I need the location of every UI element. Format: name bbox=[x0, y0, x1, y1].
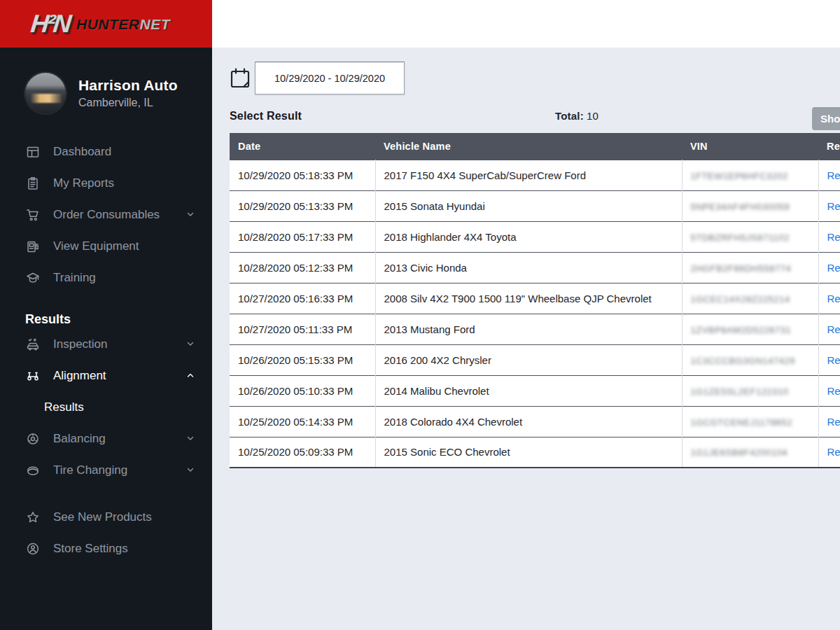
sidebar-item-store-settings[interactable]: Store Settings bbox=[0, 533, 212, 564]
sidebar-nav: Dashboard My Reports Order Consumables bbox=[0, 136, 212, 564]
cell-date: 10/26/2020 05:10:33 PM bbox=[230, 375, 375, 406]
cell-vehicle-name: 2016 200 4X2 Chrysler bbox=[375, 344, 682, 375]
chevron-down-icon bbox=[186, 209, 197, 220]
reports-icon bbox=[25, 176, 41, 191]
report-link[interactable]: Report bbox=[827, 323, 840, 335]
table-row[interactable]: 10/28/2020 05:12:33 PM 2013 Civic Honda … bbox=[230, 252, 840, 283]
sidebar-item-balancing[interactable]: Balancing bbox=[0, 423, 212, 454]
results-table-header: Date Vehicle Name VIN Report bbox=[230, 133, 840, 160]
report-link[interactable]: Report bbox=[827, 446, 840, 458]
cell-report: Report bbox=[818, 314, 840, 344]
cell-date: 10/29/2020 05:18:33 PM bbox=[230, 160, 375, 190]
sidebar-item-label: Balancing bbox=[53, 432, 186, 446]
column-header-vin[interactable]: VIN bbox=[682, 133, 818, 160]
date-range-input[interactable] bbox=[255, 62, 405, 94]
cell-vin: 1FTEW1EP6HFC3202 bbox=[682, 160, 818, 190]
cart-icon bbox=[25, 207, 41, 223]
sidebar-item-label: Tire Changing bbox=[53, 463, 186, 477]
table-row[interactable]: 10/26/2020 05:15:33 PM 2016 200 4X2 Chry… bbox=[230, 344, 840, 375]
cell-vin: 1GCEC14X28Z225214 bbox=[682, 283, 818, 314]
report-link[interactable]: Report bbox=[827, 293, 840, 304]
show-button[interactable]: Show bbox=[812, 107, 840, 130]
report-link[interactable]: Report bbox=[827, 416, 840, 428]
vin-blurred-text: 5TDBZRFH5JS871102 bbox=[691, 232, 790, 243]
sidebar-item-order-consumables[interactable]: Order Consumables bbox=[0, 199, 212, 230]
cell-vehicle-name: 2013 Mustang Ford bbox=[375, 314, 682, 344]
date-toolbar bbox=[230, 62, 840, 94]
sidebar-item-see-new-products[interactable]: See New Products bbox=[0, 501, 212, 533]
sidebar-item-view-equipment[interactable]: View Equipment bbox=[0, 230, 212, 262]
vin-blurred-text: 1GCEC14X28Z225214 bbox=[691, 294, 790, 304]
sidebar-item-label: Order Consumables bbox=[53, 208, 186, 222]
balancing-icon bbox=[25, 431, 41, 447]
results-header-row: Select Result Total: 10 Show bbox=[230, 108, 840, 133]
cell-vin: 1ZVBP8AM2D5226731 bbox=[682, 314, 818, 344]
cell-report: Report bbox=[818, 344, 840, 375]
sidebar-item-inspection[interactable]: Inspection bbox=[0, 328, 212, 360]
table-row[interactable]: 10/26/2020 05:10:33 PM 2014 Malibu Chevr… bbox=[230, 375, 840, 406]
cell-vehicle-name: 2017 F150 4X4 SuperCab/SuperCrew Ford bbox=[375, 160, 682, 190]
report-link[interactable]: Report bbox=[827, 354, 840, 366]
table-row[interactable]: 10/27/2020 05:11:33 PM 2013 Mustang Ford… bbox=[230, 314, 840, 344]
report-link[interactable]: Report bbox=[827, 200, 840, 212]
cell-date: 10/28/2020 05:17:33 PM bbox=[230, 221, 375, 252]
sidebar-item-label: Dashboard bbox=[53, 145, 197, 159]
brand-header[interactable]: H²N HUNTERNET bbox=[0, 0, 212, 48]
cell-vin: 2HGFB2F86DH558774 bbox=[682, 252, 818, 283]
report-link[interactable]: Report bbox=[827, 231, 840, 243]
cell-vehicle-name: 2014 Malibu Chevrolet bbox=[375, 375, 682, 406]
column-header-report[interactable]: Report bbox=[818, 133, 840, 160]
alignment-icon bbox=[25, 368, 41, 384]
cell-report: Report bbox=[818, 252, 840, 283]
cell-vehicle-name: 2018 Highlander 4X4 Toyota bbox=[375, 221, 682, 252]
cell-vin: 1C3CCCBG3GN147429 bbox=[682, 344, 818, 375]
dashboard-icon bbox=[25, 144, 41, 160]
cell-vin: 1GCGTCENEJ1178652 bbox=[682, 406, 818, 437]
cell-vehicle-name: 2015 Sonic ECO Chevrolet bbox=[375, 437, 682, 468]
cell-vin: 5TDBZRFH5JS871102 bbox=[682, 221, 818, 252]
report-link[interactable]: Report bbox=[827, 169, 840, 181]
column-header-vehicle-name[interactable]: Vehicle Name bbox=[375, 133, 682, 160]
results-table: Date Vehicle Name VIN Report 10/29/2020 … bbox=[230, 133, 840, 468]
main-content: Select Result Total: 10 Show Date Vehicl… bbox=[212, 48, 840, 468]
total-value: 10 bbox=[587, 110, 598, 122]
hunternet-logo-wordmark: HUNTERNET bbox=[76, 17, 170, 31]
report-link[interactable]: Report bbox=[827, 385, 840, 397]
total-count: Total: 10 bbox=[555, 108, 598, 124]
results-section-title: Results bbox=[0, 310, 212, 328]
logo-word-hunter: HUNTER bbox=[76, 16, 140, 32]
report-link[interactable]: Report bbox=[827, 262, 840, 274]
cell-date: 10/28/2020 05:12:33 PM bbox=[230, 252, 375, 283]
table-row[interactable]: 10/25/2020 05:09:33 PM 2015 Sonic ECO Ch… bbox=[230, 437, 840, 468]
sidebar-item-training[interactable]: Training bbox=[0, 262, 212, 293]
sidebar-item-label: See New Products bbox=[53, 510, 197, 524]
calendar-icon[interactable] bbox=[230, 64, 253, 92]
sidebar-item-label: Alignment bbox=[53, 369, 186, 383]
star-icon bbox=[25, 510, 41, 525]
inspection-icon bbox=[25, 337, 41, 352]
sidebar-item-alignment[interactable]: Alignment bbox=[0, 360, 212, 391]
vin-blurred-text: 1C3CCCBG3GN147429 bbox=[691, 356, 795, 366]
sidebar-item-my-reports[interactable]: My Reports bbox=[0, 167, 212, 199]
cell-report: Report bbox=[818, 406, 840, 437]
column-header-date[interactable]: Date bbox=[230, 133, 375, 160]
table-row[interactable]: 10/25/2020 05:14:33 PM 2018 Colorado 4X4… bbox=[230, 406, 840, 437]
store-avatar bbox=[25, 73, 66, 113]
sidebar-item-label: Store Settings bbox=[53, 542, 197, 556]
vin-blurred-text: 1ZVBP8AM2D5226731 bbox=[691, 325, 792, 335]
store-profile-text: Harrison Auto Camberville, IL bbox=[78, 77, 178, 109]
table-row[interactable]: 10/28/2020 05:17:33 PM 2018 Highlander 4… bbox=[230, 221, 840, 252]
sidebar-subitem-alignment-results[interactable]: Results bbox=[0, 391, 212, 423]
cell-report: Report bbox=[818, 283, 840, 314]
table-row[interactable]: 10/29/2020 05:18:33 PM 2017 F150 4X4 Sup… bbox=[230, 160, 840, 190]
cell-date: 10/27/2020 05:16:33 PM bbox=[230, 283, 375, 314]
sidebar-item-dashboard[interactable]: Dashboard bbox=[0, 136, 212, 167]
table-row[interactable]: 10/29/2020 05:13:33 PM 2015 Sonata Hyund… bbox=[230, 190, 840, 221]
sidebar-item-tire-changing[interactable]: Tire Changing bbox=[0, 454, 212, 486]
table-row[interactable]: 10/27/2020 05:16:33 PM 2008 Silv 4X2 T90… bbox=[230, 283, 840, 314]
table-header-row: Date Vehicle Name VIN Report bbox=[230, 133, 840, 160]
cell-report: Report bbox=[818, 221, 840, 252]
cell-report: Report bbox=[818, 437, 840, 468]
total-label: Total: bbox=[555, 110, 584, 122]
equipment-icon bbox=[25, 239, 41, 254]
